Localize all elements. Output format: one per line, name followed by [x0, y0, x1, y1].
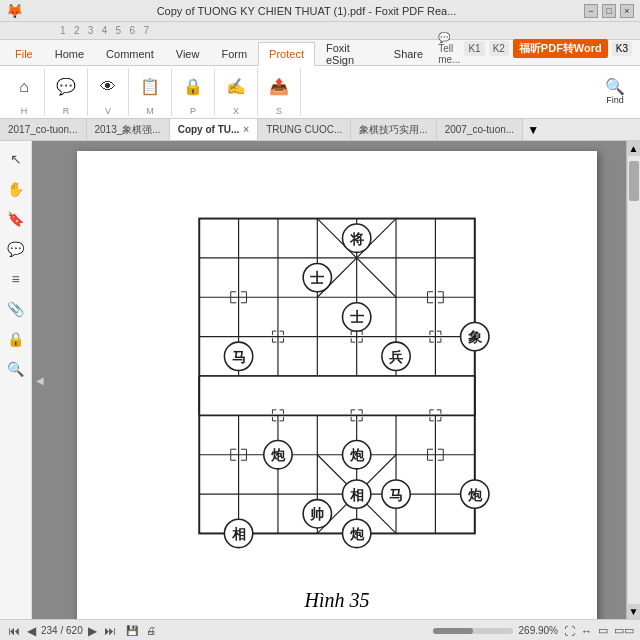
svg-text:相: 相 [349, 487, 364, 503]
two-page-icon[interactable]: ▭▭ [614, 624, 634, 637]
page-navigation: ⏮ ◀ 234 / 620 ▶ ⏭ [6, 624, 118, 638]
ribbon-key-k2: K2 [489, 41, 509, 56]
find-label: Find [606, 95, 624, 105]
svg-text:炮: 炮 [467, 487, 483, 503]
group-h: ⌂ H [4, 68, 45, 116]
svg-text:相: 相 [231, 526, 246, 542]
doc-tab-4[interactable]: TRUNG CUOC... [258, 119, 351, 141]
titlebar: 🦊 Copy of TUONG KY CHIEN THUAT (1).pdf -… [0, 0, 640, 22]
group-p: 🔒 P [172, 68, 215, 116]
ribbon: File Home Comment View Form Protect Foxi… [0, 40, 640, 119]
svg-text:炮: 炮 [349, 447, 365, 463]
minimize-button[interactable]: − [584, 4, 598, 18]
form-icon: 📋 [140, 79, 160, 95]
svg-text:帅: 帅 [309, 506, 324, 522]
group-p-btn[interactable]: 🔒 [178, 76, 208, 98]
group-x-btn[interactable]: ✍ [221, 76, 251, 98]
doc-tab-2[interactable]: 2013_象棋强... [87, 119, 170, 141]
find-button[interactable]: 🔍 Find [600, 76, 630, 108]
sidebar-hand-icon[interactable]: ✋ [4, 177, 28, 201]
tab-comment[interactable]: Comment [95, 41, 165, 65]
ribbon-key-k3: K3 [612, 41, 632, 56]
group-r-btn[interactable]: 💬 [51, 76, 81, 98]
svg-text:士: 士 [310, 270, 325, 286]
zoom-track[interactable] [433, 628, 513, 634]
close-button[interactable]: × [620, 4, 634, 18]
doc-tab-3[interactable]: Copy of TU... × [170, 119, 259, 141]
scroll-thumb[interactable] [629, 161, 639, 201]
main-area: ↖ ✋ 🔖 💬 ≡ 📎 🔒 🔍 ◀ [0, 141, 640, 619]
tab-close-icon[interactable]: × [243, 124, 249, 135]
tab-foxit-esign[interactable]: Foxit eSign [315, 41, 383, 65]
svg-text:炮: 炮 [270, 447, 286, 463]
group-s-btn[interactable]: 📤 [264, 76, 294, 98]
chess-board-svg: 将 士 士 象 马 兵 [152, 171, 522, 581]
sidebar-cursor-icon[interactable]: ↖ [4, 147, 28, 171]
svg-text:马: 马 [232, 349, 246, 365]
sidebar-comment-icon[interactable]: 💬 [4, 237, 28, 261]
nav-first-button[interactable]: ⏮ [6, 624, 22, 638]
zoom-thumb[interactable] [433, 628, 473, 634]
nav-next-button[interactable]: ▶ [86, 624, 99, 638]
scroll-left-button[interactable]: ◀ [32, 141, 48, 619]
tab-protect[interactable]: Protect [258, 42, 315, 66]
share-icon: 📤 [269, 79, 289, 95]
svg-text:兵: 兵 [389, 349, 404, 365]
single-page-icon[interactable]: ▭ [598, 624, 608, 637]
scroll-down-button[interactable]: ▼ [627, 604, 640, 619]
print-icon[interactable]: 🖨 [146, 625, 156, 636]
svg-text:炮: 炮 [349, 526, 365, 542]
document-tabs: 2017_co-tuon... 2013_象棋强... Copy of TU..… [0, 119, 640, 141]
svg-text:士: 士 [350, 309, 365, 325]
nav-last-button[interactable]: ⏭ [102, 624, 118, 638]
pdf-page: 将 士 士 象 马 兵 [77, 151, 597, 619]
tab-view[interactable]: View [165, 41, 211, 65]
tab-share[interactable]: Share [383, 41, 434, 65]
search-group: 🔍 Find [594, 68, 636, 116]
page-current: 234 / 620 [41, 625, 83, 636]
tab-form[interactable]: Form [210, 41, 258, 65]
doc-tab-5[interactable]: 象棋技巧实用... [351, 119, 436, 141]
foxit-brand-button[interactable]: 福昕PDF转Word [513, 39, 608, 58]
group-r: 💬 R [45, 68, 88, 116]
tab-home[interactable]: Home [44, 41, 95, 65]
window-title: Copy of TUONG KY CHIEN THUAT (1).pdf - F… [29, 5, 584, 17]
save-icon[interactable]: 💾 [126, 625, 138, 636]
comment-icon: 💬 [56, 79, 76, 95]
group-v-btn[interactable]: 👁 [94, 76, 122, 98]
svg-text:马: 马 [389, 487, 403, 503]
sidebar-security-icon[interactable]: 🔒 [4, 327, 28, 351]
esign-icon: ✍ [226, 79, 246, 95]
doc-tab-6[interactable]: 2007_co-tuon... [437, 119, 524, 141]
group-v: 👁 V [88, 68, 129, 116]
sidebar-search-icon[interactable]: 🔍 [4, 357, 28, 381]
zoom-level: 269.90% [519, 625, 558, 636]
fit-page-icon[interactable]: ⛶ [564, 625, 575, 637]
nav-prev-button[interactable]: ◀ [25, 624, 38, 638]
group-x: ✍ X [215, 68, 258, 116]
tab-file[interactable]: File [4, 41, 44, 65]
scroll-up-button[interactable]: ▲ [627, 141, 640, 156]
tab-dropdown-icon[interactable]: ▼ [527, 123, 539, 137]
fit-width-icon[interactable]: ↔ [581, 625, 592, 637]
sidebar-layers-icon[interactable]: ≡ [4, 267, 28, 291]
ribbon-content: ⌂ H 💬 R 👁 V 📋 [0, 66, 640, 118]
doc-tab-1[interactable]: 2017_co-tuon... [0, 119, 87, 141]
tell-me-box[interactable]: 💬 Tell me... [438, 32, 460, 65]
statusbar: ⏮ ◀ 234 / 620 ▶ ⏭ 💾 🖨 269.90% ⛶ ↔ ▭ ▭▭ [0, 619, 640, 640]
sidebar-bookmark-icon[interactable]: 🔖 [4, 207, 28, 231]
status-right: 269.90% ⛶ ↔ ▭ ▭▭ [433, 624, 634, 637]
ribbon-key-k1: K1 [464, 41, 484, 56]
sidebar: ↖ ✋ 🔖 💬 ≡ 📎 🔒 🔍 [0, 141, 32, 619]
maximize-button[interactable]: □ [602, 4, 616, 18]
view-icon: 👁 [100, 79, 116, 95]
app-logo-icon: 🦊 [6, 3, 23, 19]
pdf-content-area[interactable]: 将 士 士 象 马 兵 [48, 141, 626, 619]
group-h-btn[interactable]: ⌂ [10, 76, 38, 98]
group-m-btn[interactable]: 📋 [135, 76, 165, 98]
scrollbar-right[interactable]: ▲ ▼ [626, 141, 640, 619]
group-m: 📋 M [129, 68, 172, 116]
sidebar-attachment-icon[interactable]: 📎 [4, 297, 28, 321]
protect-icon: 🔒 [183, 79, 203, 95]
ribbon-tabs: File Home Comment View Form Protect Foxi… [0, 40, 640, 66]
